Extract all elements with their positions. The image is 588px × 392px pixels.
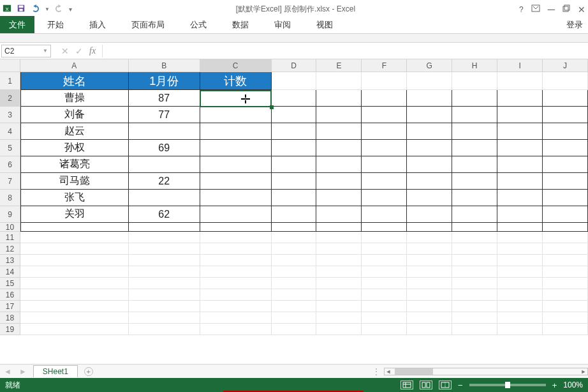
row-header[interactable]: 7 bbox=[0, 173, 20, 190]
formula-input[interactable] bbox=[102, 45, 588, 57]
cell-C8[interactable] bbox=[200, 190, 272, 206]
undo-icon[interactable] bbox=[31, 4, 40, 15]
cell-A8[interactable]: 张飞 bbox=[20, 190, 129, 206]
view-page-break-icon[interactable] bbox=[439, 381, 452, 389]
view-page-layout-icon[interactable] bbox=[420, 381, 432, 389]
col-header-E[interactable]: E bbox=[316, 59, 362, 72]
row-header[interactable]: 5 bbox=[0, 140, 20, 156]
cell-B7[interactable]: 22 bbox=[129, 173, 200, 190]
cell-A7[interactable]: 司马懿 bbox=[20, 173, 129, 190]
row-header[interactable]: 2 bbox=[0, 90, 20, 107]
row-header[interactable]: 1 bbox=[0, 72, 20, 90]
sheet-nav-prev-icon[interactable]: ◄ bbox=[0, 367, 15, 376]
cell-C3[interactable] bbox=[200, 107, 272, 123]
cell-A1[interactable]: 姓名 bbox=[20, 72, 129, 90]
scroll-thumb[interactable] bbox=[395, 368, 433, 375]
scroll-left-icon[interactable]: ◄ bbox=[385, 368, 392, 375]
col-header-F[interactable]: F bbox=[362, 59, 407, 72]
row-header[interactable]: 9 bbox=[0, 206, 20, 223]
cell-C6[interactable] bbox=[200, 156, 272, 173]
col-header-D[interactable]: D bbox=[272, 59, 317, 72]
cell-A2[interactable]: 曹操 bbox=[20, 90, 129, 107]
fill-handle[interactable] bbox=[270, 105, 274, 109]
row-header[interactable]: 3 bbox=[0, 107, 20, 123]
restore-icon[interactable] bbox=[562, 4, 570, 14]
cell-B8[interactable] bbox=[129, 190, 200, 206]
row-header[interactable]: 15 bbox=[0, 278, 20, 289]
cell-B1[interactable]: 1月份 bbox=[129, 72, 200, 90]
cell-A5[interactable]: 孙权 bbox=[20, 140, 129, 156]
scroll-right-icon[interactable]: ► bbox=[580, 368, 587, 375]
help-icon[interactable]: ? bbox=[519, 5, 524, 14]
col-header-G[interactable]: G bbox=[407, 59, 452, 72]
zoom-out-button[interactable]: − bbox=[458, 381, 463, 390]
sign-in-link[interactable]: 登录 bbox=[561, 16, 588, 33]
tab-view[interactable]: 视图 bbox=[304, 16, 346, 33]
row-header[interactable]: 11 bbox=[0, 232, 20, 243]
cell-B2[interactable]: 87 bbox=[129, 90, 200, 107]
col-header-H[interactable]: H bbox=[452, 59, 497, 72]
row-header[interactable]: 18 bbox=[0, 312, 20, 324]
ribbon-display-options-icon[interactable] bbox=[531, 4, 540, 14]
chevron-down-icon[interactable]: ▼ bbox=[45, 6, 50, 12]
tab-formulas[interactable]: 公式 bbox=[177, 16, 219, 33]
row-header[interactable]: 4 bbox=[0, 123, 20, 140]
horizontal-scrollbar[interactable]: ◄ ► bbox=[384, 368, 588, 375]
column-headers[interactable]: A B C D E F G H I J bbox=[0, 59, 588, 72]
name-box[interactable]: C2 ▼ bbox=[1, 45, 51, 57]
chevron-down-icon[interactable]: ▼ bbox=[43, 48, 48, 54]
cell-C7[interactable] bbox=[200, 173, 272, 190]
col-header-A[interactable]: A bbox=[20, 59, 129, 72]
cell-C10[interactable] bbox=[200, 223, 272, 232]
cell-B9[interactable]: 62 bbox=[129, 206, 200, 223]
cell-C2[interactable] bbox=[200, 90, 272, 107]
select-all-corner[interactable] bbox=[0, 59, 20, 72]
close-icon[interactable]: ✕ bbox=[578, 4, 585, 15]
row-header[interactable]: 13 bbox=[0, 255, 20, 266]
row-header[interactable]: 14 bbox=[0, 266, 20, 278]
row-header[interactable]: 10 bbox=[0, 223, 20, 232]
redo-icon[interactable] bbox=[55, 4, 64, 15]
tab-layout[interactable]: 页面布局 bbox=[119, 16, 177, 33]
cell-B6[interactable] bbox=[129, 156, 200, 173]
row-header[interactable]: 16 bbox=[0, 289, 20, 301]
spreadsheet-grid[interactable]: A B C D E F G H I J 1 姓名 1月份 计数 2 曹操 bbox=[0, 59, 588, 364]
save-icon[interactable] bbox=[17, 4, 26, 15]
cell-B3[interactable]: 77 bbox=[129, 107, 200, 123]
cell-B10[interactable] bbox=[129, 223, 200, 232]
tab-insert[interactable]: 插入 bbox=[77, 16, 119, 33]
cell-C5[interactable] bbox=[200, 140, 272, 156]
tab-data[interactable]: 数据 bbox=[219, 16, 261, 33]
split-handle[interactable]: ⋮ bbox=[369, 367, 384, 376]
col-header-B[interactable]: B bbox=[129, 59, 200, 72]
row-header[interactable]: 6 bbox=[0, 156, 20, 173]
zoom-slider[interactable] bbox=[469, 384, 546, 386]
zoom-in-button[interactable]: + bbox=[552, 381, 557, 390]
minimize-icon[interactable]: ─ bbox=[548, 7, 555, 12]
tab-home[interactable]: 开始 bbox=[34, 16, 77, 33]
cell-A9[interactable]: 关羽 bbox=[20, 206, 129, 223]
row-header[interactable]: 19 bbox=[0, 324, 20, 335]
col-header-C[interactable]: C bbox=[200, 59, 272, 72]
row-header[interactable]: 17 bbox=[0, 301, 20, 312]
sheet-nav-next-icon[interactable]: ► bbox=[15, 367, 31, 376]
cell-A4[interactable]: 赵云 bbox=[20, 123, 129, 140]
row-header[interactable]: 8 bbox=[0, 190, 20, 206]
insert-function-button[interactable]: fx bbox=[89, 46, 96, 56]
cell-C9[interactable] bbox=[200, 206, 272, 223]
cell-A10[interactable] bbox=[20, 223, 129, 232]
tab-file[interactable]: 文件 bbox=[0, 16, 34, 33]
tab-review[interactable]: 审阅 bbox=[261, 16, 304, 33]
sheet-tab[interactable]: SHeet1 bbox=[33, 365, 78, 377]
row-header[interactable]: 12 bbox=[0, 243, 20, 255]
view-normal-icon[interactable] bbox=[401, 381, 413, 389]
zoom-slider-knob[interactable] bbox=[505, 382, 510, 388]
cell-A6[interactable]: 诸葛亮 bbox=[20, 156, 129, 173]
cell-A3[interactable]: 刘备 bbox=[20, 107, 129, 123]
cell-C1[interactable]: 计数 bbox=[200, 72, 272, 90]
cell-C4[interactable] bbox=[200, 123, 272, 140]
cell-B5[interactable]: 69 bbox=[129, 140, 200, 156]
zoom-level[interactable]: 100% bbox=[563, 381, 583, 389]
cell-B4[interactable] bbox=[129, 123, 200, 140]
col-header-J[interactable]: J bbox=[543, 59, 588, 72]
